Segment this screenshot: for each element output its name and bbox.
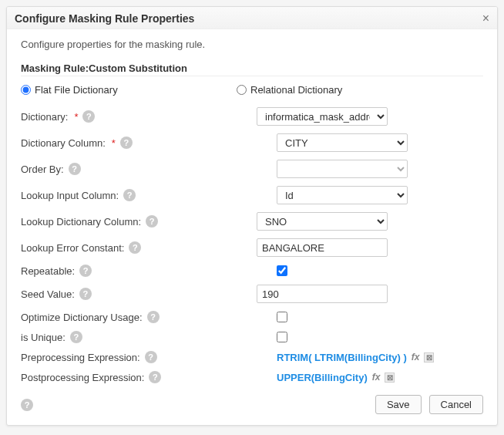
- fx-icon[interactable]: fx: [372, 372, 381, 383]
- relational-radio[interactable]: [237, 85, 247, 95]
- close-icon[interactable]: ×: [482, 12, 489, 25]
- relational-label[interactable]: Relational Dictionary: [250, 84, 342, 96]
- row-is-unique: is Unique: ?: [21, 327, 483, 347]
- help-icon[interactable]: ?: [120, 137, 133, 149]
- row-lookup-dictionary-column: Lookup Dictionary Column: ? SNO: [21, 208, 483, 234]
- help-icon[interactable]: ?: [146, 215, 158, 228]
- help-icon[interactable]: ?: [82, 110, 95, 123]
- row-postprocessing: Postprocessing Expression: ? UPPER(Billi…: [21, 367, 483, 387]
- label-dictionary-column: Dictionary Column:: [21, 137, 106, 149]
- fx-icon[interactable]: fx: [412, 352, 420, 362]
- flat-file-label[interactable]: Flat File Dictionary: [35, 84, 118, 96]
- cancel-button[interactable]: Cancel: [429, 395, 483, 414]
- row-lookup-error-constant: Lookup Error Constant: ?: [21, 234, 483, 261]
- dialog: Configure Masking Rule Properties × Conf…: [6, 6, 498, 426]
- label-lookup-dictionary-column: Lookup Dictionary Column:: [21, 216, 141, 228]
- clear-expression-icon[interactable]: ⊠: [385, 373, 395, 383]
- seed-value-input[interactable]: [257, 285, 388, 303]
- dialog-content: Configure properties for the masking rul…: [7, 29, 497, 425]
- row-optimize-dictionary: Optimize Dictionary Usage: ?: [21, 307, 483, 327]
- order-by-select[interactable]: [277, 160, 408, 178]
- required-mark: *: [74, 111, 78, 123]
- help-icon[interactable]: ?: [79, 265, 92, 277]
- lookup-dictionary-column-select[interactable]: SNO: [257, 212, 388, 231]
- help-icon[interactable]: ?: [149, 371, 161, 383]
- help-icon[interactable]: ?: [21, 399, 33, 411]
- row-seed-value: Seed Value: ?: [21, 281, 483, 307]
- row-repeatable: Repeatable: ?: [21, 261, 483, 281]
- footer: ? Save Cancel: [21, 387, 483, 414]
- row-preprocessing: Preprocessing Expression: ? RTRIM( LTRIM…: [21, 347, 483, 367]
- help-icon[interactable]: ?: [147, 311, 160, 323]
- label-optimize-dictionary: Optimize Dictionary Usage:: [21, 312, 143, 323]
- save-button[interactable]: Save: [375, 395, 422, 414]
- lookup-error-constant-input[interactable]: [257, 238, 388, 257]
- help-icon[interactable]: ?: [79, 288, 92, 300]
- help-icon[interactable]: ?: [69, 163, 81, 175]
- dictionary-type-row: Flat File Dictionary Relational Dictiona…: [21, 84, 483, 96]
- preprocessing-expression[interactable]: RTRIM( LTRIM(BillingCity) ): [277, 352, 407, 363]
- clear-expression-icon[interactable]: ⊠: [424, 352, 434, 362]
- label-lookup-input-column: Lookup Input Column:: [21, 190, 119, 201]
- dialog-description: Configure properties for the masking rul…: [21, 39, 483, 50]
- flat-file-radio[interactable]: [21, 85, 31, 95]
- label-seed-value: Seed Value:: [21, 288, 75, 300]
- label-lookup-error-constant: Lookup Error Constant:: [21, 242, 124, 254]
- label-is-unique: is Unique:: [21, 332, 66, 343]
- label-postprocessing: Postprocessing Expression:: [21, 372, 144, 383]
- row-dictionary: Dictionary: * ? informatica_mask_addre: [21, 103, 483, 130]
- lookup-input-column-select[interactable]: Id: [277, 186, 408, 204]
- rule-heading: Masking Rule:Custom Substitution: [21, 62, 483, 76]
- optimize-dictionary-checkbox[interactable]: [277, 312, 287, 322]
- row-lookup-input-column: Lookup Input Column: ? Id: [21, 182, 483, 208]
- help-icon[interactable]: ?: [145, 351, 157, 363]
- label-dictionary: Dictionary:: [21, 111, 68, 123]
- label-order-by: Order By:: [21, 164, 64, 175]
- help-icon[interactable]: ?: [123, 189, 136, 201]
- required-mark: *: [112, 137, 116, 149]
- row-dictionary-column: Dictionary Column: * ? CITY: [21, 130, 483, 156]
- label-repeatable: Repeatable:: [21, 265, 75, 277]
- dialog-title: Configure Masking Rule Properties: [15, 12, 194, 25]
- help-icon[interactable]: ?: [70, 331, 82, 343]
- repeatable-checkbox[interactable]: [277, 265, 287, 276]
- is-unique-checkbox[interactable]: [277, 332, 287, 342]
- dictionary-column-select[interactable]: CITY: [277, 133, 408, 152]
- postprocessing-expression[interactable]: UPPER(BillingCity): [277, 372, 368, 383]
- dictionary-select[interactable]: informatica_mask_addre: [257, 107, 388, 126]
- help-icon[interactable]: ?: [129, 241, 141, 254]
- row-order-by: Order By: ?: [21, 156, 483, 182]
- label-preprocessing: Preprocessing Expression:: [21, 352, 140, 363]
- button-bar: Save Cancel: [375, 395, 483, 414]
- titlebar: Configure Masking Rule Properties ×: [7, 7, 497, 29]
